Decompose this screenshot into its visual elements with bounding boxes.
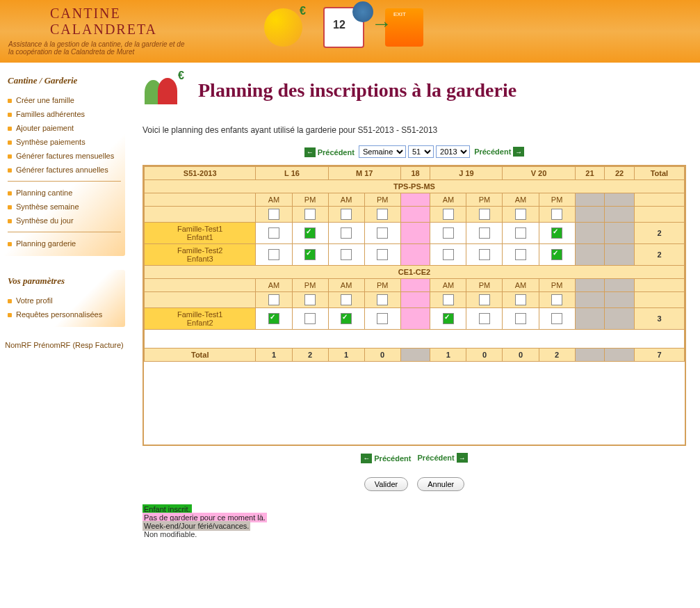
checkbox[interactable] — [341, 209, 352, 220]
day-header: J 19 — [430, 167, 503, 180]
checkbox[interactable] — [377, 313, 388, 324]
checkbox[interactable] — [341, 294, 352, 305]
table-row: Famille-Test1Enfant2 3 — [145, 308, 685, 330]
nav-factures-annuelles[interactable]: Générer factures annuelles — [8, 163, 121, 177]
checkbox[interactable] — [268, 294, 279, 305]
app-subtitle: Assistance à la gestion de la cantine, d… — [8, 40, 189, 56]
sidebar-section-cantine: Cantine / Garderie — [8, 75, 121, 86]
checkbox[interactable] — [377, 209, 388, 220]
arrow-right-icon: → — [513, 147, 524, 157]
checkbox[interactable] — [341, 313, 352, 324]
checkbox[interactable] — [479, 227, 490, 239]
prev-button[interactable]: ←Précédent — [304, 147, 355, 157]
arrow-left-icon: ← — [361, 454, 372, 463]
checkbox[interactable] — [304, 209, 316, 220]
nav-synthese-jour[interactable]: Synthèse du jour — [8, 214, 121, 227]
app-header: CANTINECALANDRETA Assistance à la gestio… — [0, 0, 700, 63]
checkbox[interactable] — [443, 249, 454, 260]
legend: Enfant inscrit. Pas de garderie pour ce … — [143, 505, 686, 538]
checkbox[interactable] — [268, 313, 279, 324]
checkbox[interactable] — [515, 209, 526, 220]
group-header: CE1-CE2 — [145, 266, 685, 279]
day-header: L 16 — [256, 167, 328, 180]
calendar-icon[interactable] — [323, 7, 364, 48]
planning-table: S51-2013 L 16 M 17 18 J 19 V 20 21 22 To… — [144, 166, 685, 362]
checkbox[interactable] — [479, 249, 490, 260]
year-select[interactable]: 2013 — [436, 145, 470, 158]
intro-text: Voici le planning des enfants ayant util… — [143, 125, 686, 135]
nav-creer-famille[interactable]: Créer une famille — [8, 93, 121, 107]
next-button-bottom[interactable]: Précédent→ — [418, 453, 468, 463]
checkbox[interactable] — [341, 249, 352, 260]
checkbox[interactable] — [443, 227, 454, 239]
planning-table-wrapper: S51-2013 L 16 M 17 18 J 19 V 20 21 22 To… — [143, 165, 686, 446]
period-select[interactable]: Semaine — [359, 145, 406, 158]
nav-profil[interactable]: Votre profil — [8, 294, 121, 307]
nav-ajouter-paiement[interactable]: Ajouter paiement — [8, 121, 121, 135]
checkbox[interactable] — [551, 294, 562, 305]
checkbox[interactable] — [443, 294, 454, 305]
sidebar: Cantine / Garderie Créer une famille Fam… — [0, 63, 129, 545]
family-icon[interactable] — [264, 8, 302, 47]
total-header: Total — [634, 167, 684, 180]
period-nav: ←Précédent Semaine 51 2013 Précédent→ — [143, 145, 686, 158]
checkbox[interactable] — [551, 209, 562, 220]
nav-planning-cantine[interactable]: Planning cantine — [8, 186, 121, 200]
sidebar-section-params: Vos paramètres — [8, 275, 121, 287]
legend-non-modifiable: Non modifiable. — [143, 529, 198, 539]
nav-factures-mensuelles[interactable]: Générer factures mensuelles — [8, 149, 121, 163]
checkbox[interactable] — [515, 227, 526, 239]
app-title: CANTINECALANDRETA — [8, 6, 189, 38]
checkbox[interactable] — [515, 294, 526, 305]
checkbox[interactable] — [479, 313, 490, 324]
checkbox[interactable] — [304, 227, 316, 239]
arrow-left-icon: ← — [304, 147, 316, 157]
checkbox[interactable] — [268, 227, 279, 239]
exit-icon[interactable] — [385, 8, 423, 47]
checkbox[interactable] — [268, 209, 279, 220]
validate-button[interactable]: Valider — [364, 477, 408, 491]
day-header: M 17 — [328, 167, 400, 180]
table-row: Famille-Test1Enfant1 2 — [145, 223, 685, 244]
week-header: S51-2013 — [145, 167, 256, 180]
checkbox[interactable] — [515, 313, 526, 324]
prev-button-bottom[interactable]: ←Précédent — [361, 454, 411, 463]
checkbox[interactable] — [515, 249, 526, 260]
group-header: TPS-PS-MS — [145, 180, 685, 193]
checkbox[interactable] — [304, 313, 316, 324]
day-header: V 20 — [503, 167, 575, 180]
checkbox[interactable] — [304, 249, 316, 260]
total-row-label: Total — [145, 349, 256, 362]
nav-synthese-semaine[interactable]: Synthèse semaine — [8, 200, 121, 214]
nav-synthese-paiements[interactable]: Synthèse paiements — [8, 135, 121, 149]
day-header: 21 — [575, 167, 605, 180]
nav-requetes[interactable]: Requêtes personnalisées — [8, 307, 121, 321]
table-row: Famille-Test2Enfant3 2 — [145, 244, 685, 266]
user-info: NomRF PrénomRF (Resp Facture) — [3, 341, 125, 349]
checkbox[interactable] — [377, 294, 388, 305]
day-header: 18 — [400, 167, 430, 180]
main-content: € Planning des inscriptions à la garderi… — [129, 63, 700, 545]
checkbox[interactable] — [551, 227, 562, 239]
nav-familles[interactable]: Familles adhérentes — [8, 107, 121, 121]
next-button[interactable]: Précédent→ — [474, 147, 524, 157]
checkbox[interactable] — [377, 227, 388, 239]
checkbox[interactable] — [551, 313, 562, 324]
checkbox[interactable] — [479, 209, 490, 220]
checkbox[interactable] — [377, 249, 388, 260]
arrow-right-icon: → — [457, 453, 468, 463]
cancel-button[interactable]: Annuler — [417, 477, 464, 491]
checkbox[interactable] — [304, 294, 316, 305]
checkbox[interactable] — [479, 294, 490, 305]
page-icon: € — [143, 70, 184, 111]
nav-planning-garderie[interactable]: Planning garderie — [8, 237, 121, 250]
page-title: Planning des inscriptions à la garderie — [198, 79, 516, 102]
checkbox[interactable] — [443, 313, 454, 324]
checkbox[interactable] — [268, 249, 279, 260]
week-select[interactable]: 51 — [408, 145, 434, 158]
checkbox[interactable] — [341, 227, 352, 239]
euro-icon: € — [178, 70, 184, 82]
day-header: 22 — [605, 167, 635, 180]
checkbox[interactable] — [443, 209, 454, 220]
checkbox[interactable] — [551, 249, 562, 260]
